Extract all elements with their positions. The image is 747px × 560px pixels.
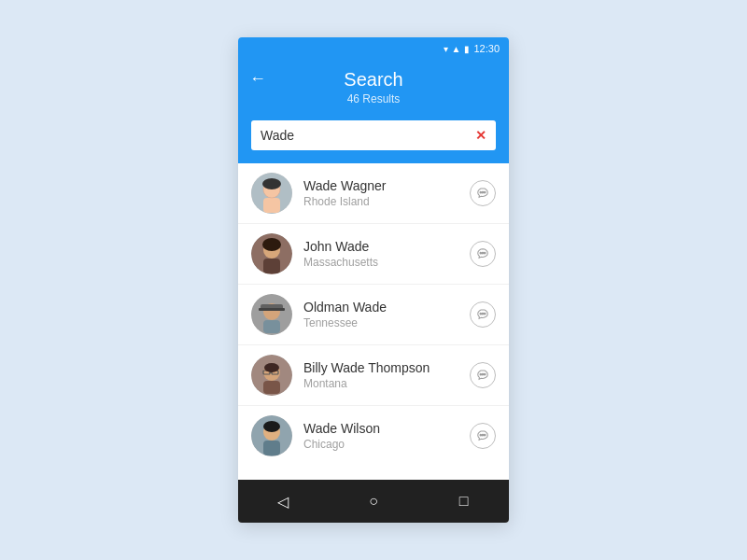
result-location: Rhode Island	[303, 195, 470, 208]
svg-point-4	[262, 178, 281, 189]
page-title: Search	[344, 69, 402, 91]
search-container: ✕	[238, 120, 509, 163]
nav-back-button[interactable]: ◁	[266, 484, 300, 518]
svg-point-37	[480, 434, 481, 435]
svg-rect-35	[263, 441, 280, 455]
avatar	[251, 415, 292, 456]
svg-point-6	[482, 191, 483, 192]
svg-rect-10	[263, 259, 280, 273]
list-item[interactable]: John Wade Massachusetts	[238, 224, 509, 285]
svg-point-5	[480, 191, 481, 192]
results-count: 46 Results	[347, 92, 401, 105]
svg-point-31	[482, 373, 483, 374]
result-info: Billy Wade Thompson Montana	[303, 360, 470, 390]
chat-button[interactable]	[470, 301, 496, 328]
svg-point-21	[482, 313, 483, 314]
result-name: Wade Wagner	[303, 178, 470, 193]
status-bar: ▾ ▲ ▮ 12:30	[238, 37, 509, 60]
svg-point-39	[484, 434, 485, 435]
result-location: Massachusetts	[303, 256, 470, 269]
list-item[interactable]: Wade Wilson Chicago	[238, 406, 509, 466]
svg-point-30	[480, 373, 481, 374]
result-name: Oldman Wade	[303, 300, 470, 315]
svg-rect-17	[263, 320, 280, 333]
svg-point-22	[484, 313, 485, 314]
chat-button[interactable]	[470, 423, 496, 449]
nav-home-button[interactable]: ○	[357, 484, 390, 518]
header: ← Search 46 Results	[238, 60, 509, 120]
chat-button[interactable]	[470, 180, 496, 206]
svg-point-32	[484, 373, 485, 374]
svg-point-7	[484, 191, 485, 192]
result-location: Montana	[303, 377, 470, 390]
results-list: Wade Wagner Rhode Island Joh	[238, 163, 509, 480]
svg-point-20	[480, 313, 481, 314]
svg-point-12	[480, 252, 481, 253]
phone-container: ▾ ▲ ▮ 12:30 ← Search 46 Results ✕ Wade	[238, 37, 509, 523]
avatar	[251, 233, 292, 274]
chat-button[interactable]	[470, 241, 496, 267]
nav-bar: ◁ ○ □	[238, 480, 509, 523]
svg-point-11	[262, 238, 281, 251]
result-name: John Wade	[303, 239, 470, 254]
battery-icon: ▮	[464, 44, 470, 54]
avatar	[251, 294, 292, 335]
chat-button[interactable]	[470, 362, 496, 388]
list-item[interactable]: Billy Wade Thompson Montana	[238, 345, 509, 406]
result-location: Tennessee	[303, 316, 470, 329]
result-name: Wade Wilson	[303, 421, 470, 436]
signal-icon: ▲	[452, 44, 461, 54]
search-input[interactable]	[261, 128, 470, 143]
list-item[interactable]: Oldman Wade Tennessee	[238, 285, 509, 345]
result-info: Wade Wilson Chicago	[303, 421, 470, 451]
result-info: Oldman Wade Tennessee	[303, 300, 470, 329]
list-item[interactable]: Wade Wagner Rhode Island	[238, 163, 509, 224]
nav-recent-button[interactable]: □	[447, 484, 481, 518]
svg-rect-2	[263, 198, 280, 213]
search-box: ✕	[251, 120, 496, 150]
result-location: Chicago	[303, 438, 470, 451]
svg-point-14	[484, 252, 485, 253]
avatar	[251, 173, 292, 214]
svg-point-13	[482, 252, 483, 253]
wifi-icon: ▾	[444, 44, 448, 54]
result-info: John Wade Massachusetts	[303, 239, 470, 269]
back-button[interactable]: ←	[249, 69, 266, 89]
svg-rect-19	[259, 308, 285, 311]
result-info: Wade Wagner Rhode Island	[303, 178, 470, 208]
svg-rect-25	[263, 381, 280, 394]
status-time: 12:30	[473, 43, 500, 54]
svg-point-36	[263, 421, 280, 432]
svg-point-29	[264, 363, 279, 372]
avatar	[251, 355, 292, 396]
clear-button[interactable]: ✕	[470, 128, 486, 143]
svg-point-38	[482, 434, 483, 435]
result-name: Billy Wade Thompson	[303, 360, 470, 375]
